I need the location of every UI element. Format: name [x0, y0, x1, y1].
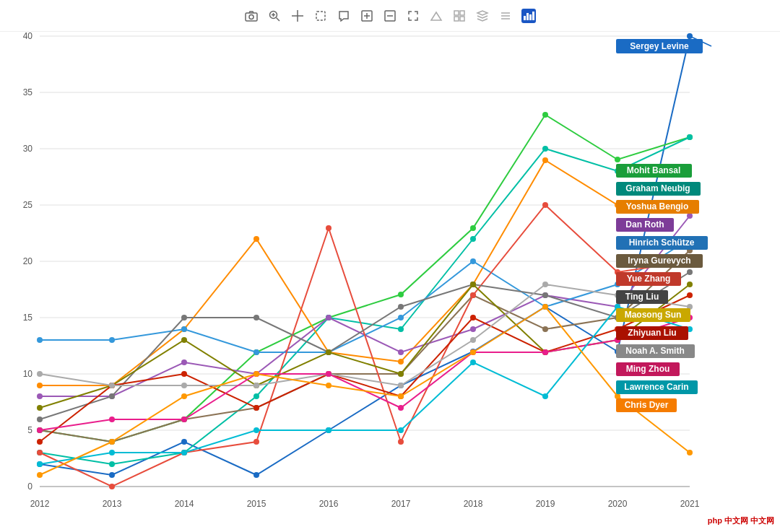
- dot-graham-7: [542, 146, 548, 152]
- line-graham-neubig: [40, 137, 690, 464]
- dot-yue-4: [326, 225, 332, 231]
- x-label-2015: 2015: [247, 499, 266, 509]
- iryna-label: Iryna Gurevych: [628, 256, 690, 266]
- dot-mohit-5: [398, 292, 404, 297]
- dot-graham-5: [398, 326, 404, 332]
- dot-noah-3: [254, 383, 259, 388]
- dot-maosong-2: [181, 337, 187, 343]
- dot-yoshua-7: [542, 157, 548, 163]
- dot-yue-7: [542, 202, 548, 208]
- dot-hinrich-3: [254, 349, 259, 355]
- svg-rect-22: [524, 16, 526, 20]
- dot-hinrich-6: [470, 258, 476, 264]
- line-ting-liu: [40, 272, 690, 419]
- dot-chris-3: [254, 371, 259, 377]
- dot-ting-0: [37, 417, 43, 422]
- x-label-2012: 2012: [30, 499, 50, 509]
- line-yue-zhang: [40, 205, 690, 487]
- dot-ming-5: [398, 405, 404, 411]
- dot-ting-2: [181, 315, 187, 320]
- plus-box-icon[interactable]: [360, 9, 374, 23]
- dot-ting-5: [398, 304, 404, 310]
- dot-maosong-5: [398, 371, 404, 377]
- dot-noah-0: [37, 371, 43, 377]
- yoshua-bengio-label: Yoshua Bengio: [626, 201, 688, 212]
- dot-dan-4: [326, 315, 332, 320]
- toolbar: [0, 0, 780, 32]
- dot-maosong-4: [326, 349, 332, 355]
- camera-icon[interactable]: [244, 9, 259, 23]
- dot-zhiyuan-6: [470, 315, 476, 320]
- y-label-40: 40: [23, 32, 33, 41]
- dot-noah-6: [470, 337, 476, 343]
- dot-noah-7: [542, 282, 548, 287]
- dot-mohit-7: [542, 112, 548, 118]
- minus-box-icon[interactable]: [383, 9, 397, 23]
- dot-hinrich-1: [109, 337, 115, 343]
- y-label-25: 25: [23, 200, 33, 210]
- menu-icon[interactable]: [498, 9, 513, 23]
- dot-hinrich-2: [181, 326, 187, 332]
- dot-ting-7: [542, 292, 548, 298]
- line-yoshua-bengio: [40, 160, 690, 385]
- dot-ting-9: [687, 269, 693, 275]
- dot-ming-7: [542, 349, 548, 355]
- zoom-icon[interactable]: [267, 9, 282, 23]
- dot-ming-0: [37, 427, 43, 433]
- dot-sergey-levine-1: [109, 472, 115, 478]
- mountain1-icon[interactable]: [429, 9, 443, 23]
- svg-rect-18: [460, 17, 464, 21]
- y-label-20: 20: [23, 256, 33, 266]
- layers-icon[interactable]: [475, 9, 490, 23]
- dot-chris-2: [181, 393, 187, 399]
- crosshair-icon[interactable]: [290, 9, 305, 23]
- dot-dan-2: [181, 359, 187, 365]
- dot-graham-6: [470, 236, 476, 242]
- dot-lawrence-5: [398, 427, 404, 433]
- ming-label: Ming Zhou: [626, 364, 670, 374]
- svg-rect-25: [532, 12, 534, 20]
- dot-graham-9: [687, 134, 693, 140]
- dan-roth-label: Dan Roth: [625, 219, 664, 230]
- dot-chris-1: [109, 439, 115, 445]
- dot-ming-2: [181, 417, 187, 422]
- line-sergey-levine: [40, 36, 690, 475]
- hinrich-label: Hinrich Schütze: [629, 237, 695, 248]
- dot-sergey-levine-2: [181, 439, 187, 445]
- dot-chris-6: [470, 349, 476, 355]
- dot-zhiyuan-0: [37, 439, 43, 445]
- dot-yoshua-5: [398, 359, 404, 365]
- expand-icon[interactable]: [406, 9, 420, 23]
- svg-rect-24: [529, 14, 532, 20]
- sergey-levine-label: Sergey Levine: [630, 41, 689, 51]
- yue-label: Yue Zhang: [627, 274, 671, 284]
- x-label-2020: 2020: [608, 499, 628, 509]
- svg-marker-14: [431, 12, 441, 20]
- dot-lawrence-6: [470, 359, 476, 365]
- svg-rect-23: [526, 13, 529, 20]
- dot-yue-1: [109, 484, 115, 489]
- select-icon[interactable]: [313, 9, 328, 23]
- dot-zhiyuan-2: [181, 371, 187, 377]
- dot-iryna-7: [542, 326, 548, 332]
- dot-chris-5: [398, 393, 404, 399]
- comment-icon[interactable]: [337, 9, 351, 23]
- watermark: php 中文网 中文网: [708, 515, 774, 526]
- dot-mohit-6: [470, 225, 476, 231]
- dot-maosong-9: [687, 282, 693, 287]
- maosong-label: Maosong Sun: [625, 310, 682, 320]
- dot-zhiyuan-9: [687, 292, 693, 298]
- dot-yue-5: [398, 439, 404, 445]
- dot-sergey-levine-3: [254, 472, 259, 478]
- svg-rect-15: [454, 11, 459, 15]
- bar-chart-icon[interactable]: [521, 9, 536, 23]
- x-label-2017: 2017: [391, 499, 411, 509]
- dot-dan-5: [398, 349, 404, 355]
- line-chart: 0 5 10 15 20 25 30 35 40 2012 2013 2014 …: [0, 32, 780, 532]
- dot-dan-0: [37, 393, 43, 399]
- dot-lawrence-4: [326, 427, 332, 433]
- dot-maosong-6: [470, 282, 476, 287]
- dot-mohit-8: [615, 157, 620, 162]
- grid1-icon[interactable]: [452, 9, 467, 23]
- ting-label: Ting Liu: [625, 292, 659, 302]
